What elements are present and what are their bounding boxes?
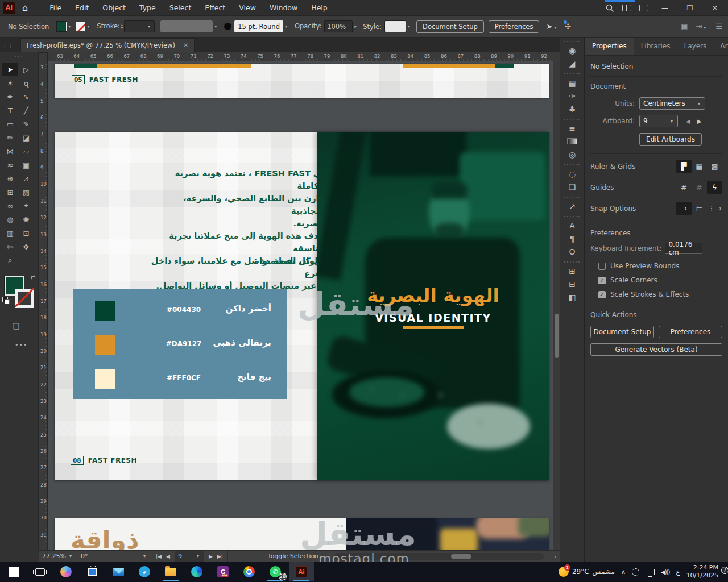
vertical-scroll-thumb[interactable] <box>555 314 559 358</box>
stroke-icon[interactable]: ≡ <box>560 122 584 135</box>
fill-color-swatch[interactable] <box>57 22 67 31</box>
horizontal-ruler[interactable]: 6364656667686970717273747576777879808182… <box>48 52 553 61</box>
pen-tool[interactable]: ✒ <box>2 90 18 103</box>
file-explorer-icon[interactable] <box>158 562 183 581</box>
artboard-prev[interactable]: 05 FAST FRESH <box>55 64 549 98</box>
document-setup-button[interactable]: Document Setup <box>416 20 484 33</box>
appearance-icon[interactable]: ◌ <box>560 167 584 180</box>
column-graph-tool[interactable]: ▥ <box>2 226 18 240</box>
menu-view[interactable]: View <box>233 1 262 14</box>
brush-definition-dropdown[interactable]: 15 pt. Round <box>234 20 283 32</box>
scale-tool[interactable]: ▱ <box>18 144 34 158</box>
opacity-label[interactable]: Opacity: <box>295 22 321 31</box>
brushes-icon[interactable]: ✑ <box>560 89 584 102</box>
hand-tool[interactable]: ✥ <box>18 240 34 253</box>
snap-to-grid-icon[interactable]: ⊨ <box>692 202 707 215</box>
edit-artboards-button[interactable]: Edit Artboards <box>639 133 702 146</box>
status-toggle-label[interactable]: Toggle Selection <box>268 552 319 560</box>
tray-capture-icon[interactable] <box>632 568 639 576</box>
swatches-icon[interactable]: ▦ <box>560 76 584 89</box>
lasso-tool[interactable]: ɋ <box>18 76 34 90</box>
home-icon[interactable]: ⌂ <box>22 2 28 13</box>
curvature-tool[interactable]: ∿ <box>18 90 34 103</box>
whatsapp-icon[interactable]: ✆28 <box>263 562 288 581</box>
artboard-tool[interactable]: ⊡ <box>18 226 34 240</box>
gradient-icon[interactable] <box>560 135 584 148</box>
edit-toolbar-icon[interactable]: ••• <box>15 341 38 348</box>
edge-icon[interactable] <box>184 562 209 581</box>
align-icon[interactable]: ⊟ <box>560 277 584 290</box>
free-transform-tool[interactable]: ▣ <box>18 158 34 172</box>
smart-guides-icon[interactable]: ϟ <box>707 181 722 194</box>
zoom-level[interactable]: 77.25%▾ <box>39 551 77 562</box>
graphic-styles-icon[interactable]: ❏ <box>560 180 584 193</box>
vertical-ruler[interactable]: 3456789101112131415161718192021222324252… <box>39 61 48 550</box>
illustrator-taskbar-icon[interactable]: Ai <box>289 562 314 581</box>
generate-vectors-button[interactable]: Generate Vectors (Beta) <box>590 343 722 356</box>
snap-to-pixel-icon2[interactable]: ⋮⊃ <box>707 202 722 215</box>
stroke-stepper[interactable]: ▴▾ <box>121 24 123 30</box>
canvas[interactable]: 05 FAST FRESH في FRESH FAST ، نعتمد هوية… <box>48 61 553 550</box>
type-tool[interactable]: T <box>2 103 18 117</box>
language-indicator[interactable]: ع <box>676 568 680 576</box>
artboard-number-dropdown[interactable]: 9▾ <box>175 551 204 562</box>
pencil-tool[interactable]: ✏ <box>2 131 18 144</box>
magic-wand-tool[interactable]: ✶ <box>2 76 18 90</box>
transparency-icon[interactable]: ◎ <box>560 148 584 161</box>
transparency-grid-icon[interactable]: ▩ <box>707 160 722 173</box>
reflect-tool[interactable]: ⋈ <box>2 144 18 158</box>
vertical-scrollbar[interactable] <box>553 52 560 550</box>
checkbox-use-preview-bounds[interactable] <box>598 263 606 270</box>
blend-tool[interactable]: ∞ <box>2 199 18 213</box>
symbols-icon[interactable]: ♣ <box>560 102 584 115</box>
artboard-next[interactable]: ذواقة <box>55 518 549 550</box>
color-swatch[interactable] <box>95 301 115 321</box>
swap-fill-stroke-icon[interactable]: ⇄ <box>31 274 35 280</box>
task-view-button[interactable] <box>27 562 52 581</box>
align-panel-icon[interactable]: ▦ <box>681 22 688 31</box>
gaaiho-pdf-icon[interactable]: GPDF <box>210 562 235 581</box>
paragraph-icon[interactable]: ¶ <box>560 232 584 245</box>
options-list-icon[interactable]: ☰ <box>715 22 722 31</box>
color-swatch[interactable] <box>95 369 115 389</box>
menu-select[interactable]: Select <box>164 1 197 14</box>
default-fill-stroke-icon[interactable] <box>2 297 8 302</box>
microsoft-store-icon[interactable] <box>80 562 105 581</box>
menu-type[interactable]: Type <box>134 1 162 14</box>
next-artboard-button[interactable]: ▶ <box>209 554 213 559</box>
width-profile-dropdown[interactable] <box>160 20 213 32</box>
qa-preferences-button[interactable]: Preferences <box>659 326 722 338</box>
workspace-switcher-icon[interactable] <box>622 5 631 11</box>
show-grid-icon[interactable]: ▦ <box>692 160 707 173</box>
color-panel-icon[interactable]: ◉ <box>560 44 584 57</box>
symbol-sprayer-tool[interactable]: ✺ <box>18 213 34 226</box>
fill-stroke-indicator[interactable]: ⇄ <box>5 276 34 309</box>
snap-to-pixel-icon[interactable]: ✣ <box>565 22 571 31</box>
minimize-button[interactable]: — <box>656 4 673 12</box>
tab-artboards[interactable]: Artboards <box>713 38 728 55</box>
color-swatch[interactable] <box>95 335 115 355</box>
menu-effect[interactable]: Effect <box>199 1 231 14</box>
stroke-weight-dropdown[interactable]: ▾ <box>124 20 155 32</box>
qa-document-setup-button[interactable]: Document Setup <box>590 326 654 338</box>
ruler-origin[interactable] <box>39 52 48 61</box>
show-rulers-icon[interactable]: ▛ <box>676 160 692 173</box>
prev-artboard-icon[interactable]: ◀ <box>686 118 690 124</box>
paintbrush-tool[interactable]: ✎ <box>18 117 34 131</box>
direct-selection-tool[interactable]: ▷ <box>18 63 34 76</box>
weather-widget[interactable]: 1 29°C مشمس <box>559 567 615 577</box>
export-icon[interactable]: ↗ <box>560 199 584 213</box>
start-button[interactable] <box>1 562 26 581</box>
stroke-proxy[interactable] <box>15 289 34 308</box>
prev-artboard-button[interactable]: ◀ <box>166 554 170 559</box>
horizontal-scrollbar[interactable] <box>334 553 544 560</box>
chrome-icon[interactable] <box>237 562 262 581</box>
menu-object[interactable]: Object <box>97 1 131 14</box>
perspective-grid-tool[interactable]: ⊿ <box>18 172 34 185</box>
tray-volume-icon[interactable]: ◀))) <box>661 569 669 575</box>
units-dropdown[interactable]: Centimeters▾ <box>639 97 705 110</box>
document-tab[interactable]: Fresh-profile.eps* @ 77.25 % (CMYK/Previ… <box>20 38 195 52</box>
symbols-tool[interactable]: ◍ <box>2 213 18 226</box>
tray-expand-icon[interactable]: ∧ <box>621 568 626 576</box>
opacity-dropdown[interactable]: 100% <box>324 20 353 32</box>
